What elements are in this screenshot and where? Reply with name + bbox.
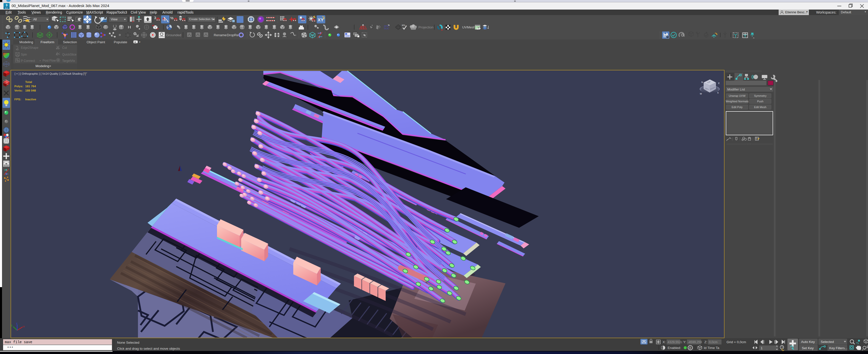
svg-text:Edit Poly: Edit Poly [732, 106, 743, 109]
svg-text:FPS:: FPS: [14, 98, 21, 101]
svg-text:Inactive: Inactive [25, 98, 36, 101]
svg-text:QuickSlice: QuickSlice [62, 53, 76, 56]
svg-text:Edge2Shape: Edge2Shape [21, 46, 38, 49]
svg-text:Set Key: Set Key [802, 346, 814, 350]
svg-text:All: All [33, 17, 37, 21]
svg-text:%: % [170, 16, 174, 20]
svg-text:P Connect: P Connect [21, 59, 35, 63]
svg-text:x: x [23, 325, 25, 328]
svg-text:S: S [717, 92, 719, 94]
svg-text:ld Time Ta: ld Time Ta [704, 346, 719, 350]
svg-text:z: z [16, 322, 18, 325]
svg-text:Rename: Rename [214, 33, 226, 37]
svg-text:UVMesh: UVMesh [462, 25, 475, 29]
svg-text:1: 1 [761, 346, 763, 350]
svg-text:None Selected: None Selected [117, 341, 140, 345]
svg-text:Create Selection Se: Create Selection Se [189, 17, 215, 21]
svg-text:4329,552c: 4329,552c [668, 341, 682, 344]
svg-text:Grounded: Grounded [166, 33, 181, 37]
svg-text:W: W [700, 93, 702, 95]
svg-text:DropRef: DropRef [227, 33, 240, 37]
svg-text:Z:: Z: [704, 340, 707, 344]
svg-text:MAX: MAX [5, 7, 8, 9]
svg-text:188 048: 188 048 [25, 89, 36, 92]
svg-text:max file save: max file save [5, 340, 32, 344]
svg-text:0: 0 [689, 346, 691, 350]
svg-text:N: N [701, 81, 703, 83]
svg-text:Edit Mesh: Edit Mesh [754, 106, 767, 109]
svg-text:X:: X: [662, 340, 666, 344]
svg-text:Key Filters...: Key Filters... [829, 346, 847, 350]
svg-text:STL: STL [402, 24, 406, 26]
svg-text:Spin: Spin [21, 53, 27, 56]
svg-text:Cut: Cut [62, 46, 67, 49]
svg-text:3: 3 [6, 3, 7, 7]
svg-text:▼: ▼ [39, 60, 41, 62]
svg-text:Y:: Y: [683, 340, 686, 344]
svg-text:Symmetry: Symmetry [754, 94, 767, 97]
svg-text:Enabled:: Enabled: [668, 346, 681, 350]
svg-text:Y: Y [321, 17, 324, 22]
svg-text:0,0cm: 0,0cm [709, 341, 717, 344]
svg-text:Projection: Projection [418, 25, 434, 29]
svg-text:181 764: 181 764 [25, 84, 36, 88]
svg-text:Post Flow: Post Flow [42, 59, 56, 62]
svg-text:Total: Total [25, 80, 32, 84]
svg-text:3: 3 [154, 15, 156, 20]
svg-text:TargetVtx: TargetVtx [62, 59, 75, 63]
svg-text:Polys:: Polys: [14, 84, 23, 88]
svg-text:Click and drag to select and m: Click and drag to select and move object… [117, 347, 180, 351]
svg-text:X: X [318, 17, 321, 22]
svg-text:Unwrap UVW: Unwrap UVW [729, 94, 746, 97]
svg-text:y: y [11, 324, 12, 327]
svg-text:***: *** [7, 346, 13, 350]
svg-text:[ + ] [ Orthographic ] [ Vx14: [ + ] [ Orthographic ] [ Vx14 Quality ] … [14, 72, 84, 75]
svg-text:Verts:: Verts: [14, 89, 23, 92]
svg-text:Auto Key: Auto Key [801, 340, 815, 344]
svg-text:Modifier List: Modifier List [727, 87, 745, 91]
svg-text:-4599,259: -4599,259 [688, 341, 702, 344]
svg-text:Weighted Normals: Weighted Normals [726, 100, 749, 103]
svg-text:Push: Push [757, 100, 763, 103]
svg-text:View: View [111, 17, 118, 21]
svg-text:Selected: Selected [821, 340, 834, 344]
svg-text:E: E [718, 82, 720, 84]
svg-text:Grid = 0,0cm: Grid = 0,0cm [726, 340, 746, 344]
